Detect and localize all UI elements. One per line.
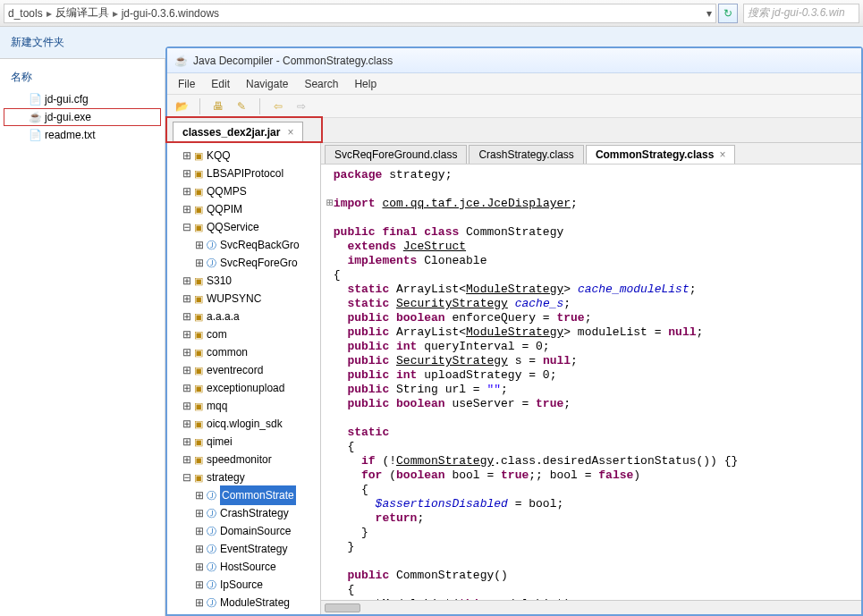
tree-class[interactable]: ⊞ⒿSvcReqBackGro — [167, 236, 320, 254]
tree-package[interactable]: ⊞▣mqq — [167, 397, 320, 415]
new-folder-button[interactable]: 新建文件夹 — [11, 35, 64, 50]
menu-file[interactable]: File — [178, 78, 195, 90]
file-row[interactable]: 📄readme.txt — [4, 126, 161, 144]
tree-class[interactable]: ⊞ⒿEventStrategy — [167, 540, 320, 558]
explorer-file-pane: 名称 📄jd-gui.cfg☕jd-gui.exe📄readme.txt — [0, 59, 165, 616]
class-icon: Ⓙ — [207, 486, 216, 504]
tree-package[interactable]: ⊞▣a.a.a.a — [167, 308, 320, 325]
breadcrumb[interactable]: d_tools ▸ 反编译工具 ▸ jd-gui-0.3.6.windows ▾ — [4, 4, 716, 23]
search-input[interactable]: 搜索 jd-gui-0.3.6.win — [743, 4, 859, 23]
tree-class[interactable]: ⊞ⒿModuleStrateg — [167, 594, 320, 612]
tree-package[interactable]: ⊟▣QQService — [167, 218, 320, 236]
menu-edit[interactable]: Edit — [211, 78, 230, 90]
tree-expander-icon[interactable]: ⊞ — [182, 308, 192, 325]
tree-expander-icon[interactable]: ⊞ — [182, 272, 192, 290]
class-tab[interactable]: SvcReqForeGround.class — [325, 145, 467, 164]
tree-expander-icon[interactable]: ⊞ — [194, 576, 205, 594]
horizontal-scrollbar[interactable] — [321, 600, 861, 614]
tree-package[interactable]: ⊞▣KQQ — [167, 147, 320, 165]
package-icon: ▣ — [194, 147, 203, 165]
tree-class[interactable]: ⊞ⒿHostSource — [167, 558, 320, 576]
class-tab[interactable]: CommonStrategy.class× — [586, 145, 736, 164]
toolbar-divider — [199, 98, 200, 114]
file-row[interactable]: ☕jd-gui.exe — [4, 108, 161, 126]
forward-icon[interactable]: ⇨ — [294, 99, 309, 114]
tree-class[interactable]: ⊞ⒿDomainSource — [167, 522, 320, 540]
tree-expander-icon[interactable]: ⊞ — [182, 165, 192, 182]
menu-navigate[interactable]: Navigate — [246, 78, 288, 90]
tree-package[interactable]: ⊞▣QQPIM — [167, 200, 320, 218]
tree-expander-icon[interactable]: ⊞ — [182, 379, 192, 397]
tree-expander-icon[interactable]: ⊞ — [182, 182, 192, 200]
tree-expander-icon[interactable]: ⊞ — [182, 397, 192, 415]
tree-expander-icon[interactable]: ⊞ — [182, 147, 192, 165]
tree-expander-icon[interactable]: ⊟ — [182, 218, 192, 236]
tree-package[interactable]: ⊞▣LBSAPIProtocol — [167, 165, 320, 182]
file-name: jd-gui.cfg — [45, 93, 89, 105]
tree-label: LBSAPIProtocol — [207, 165, 283, 182]
tree-expander-icon[interactable]: ⊞ — [194, 486, 205, 504]
tree-package[interactable]: ⊞▣common — [167, 343, 320, 361]
tree-package[interactable]: ⊞▣exceptionupload — [167, 379, 320, 397]
tree-expander-icon[interactable]: ⊞ — [182, 325, 192, 343]
window-titlebar[interactable]: ☕ Java Decompiler - CommonStrategy.class — [167, 48, 861, 73]
file-row[interactable]: 📄jd-gui.cfg — [4, 90, 161, 108]
tree-expander-icon[interactable]: ⊞ — [182, 451, 192, 468]
tree-expander-icon[interactable]: ⊞ — [182, 433, 192, 451]
tree-expander-icon[interactable]: ⊞ — [194, 594, 205, 612]
tree-package[interactable]: ⊞▣oicq.wlogin_sdk — [167, 415, 320, 433]
tree-class[interactable]: ⊞ⒿSvcReqForeGro — [167, 254, 320, 272]
menu-help[interactable]: Help — [354, 78, 377, 90]
tree-expander-icon[interactable]: ⊞ — [182, 200, 192, 218]
tree-label: mqq — [207, 397, 227, 415]
tree-package[interactable]: ⊞▣com — [167, 325, 320, 343]
refresh-button[interactable]: ↻ — [718, 4, 738, 23]
tree-label: SvcReqBackGro — [220, 236, 300, 254]
back-icon[interactable]: ⇦ — [271, 99, 285, 114]
tree-class[interactable]: ⊞ⒿCommonStrate — [167, 486, 320, 504]
package-icon: ▣ — [194, 468, 203, 486]
tree-expander-icon[interactable]: ⊞ — [194, 504, 205, 522]
tree-expander-icon[interactable]: ⊞ — [194, 236, 205, 254]
tree-package[interactable]: ⊞▣eventrecord — [167, 361, 320, 379]
class-tab[interactable]: CrashStrategy.class — [469, 145, 583, 164]
tree-label: com — [207, 325, 227, 343]
source-view[interactable]: package strategy; ⊞import com.qq.taf.jce… — [321, 165, 861, 600]
tree-package[interactable]: ⊟▣strategy — [167, 468, 320, 486]
tree-package[interactable]: ⊞▣WUPSYNC — [167, 290, 320, 308]
tree-expander-icon[interactable]: ⊞ — [194, 558, 205, 576]
close-icon[interactable]: × — [719, 148, 725, 161]
tree-package[interactable]: ⊞▣S310 — [167, 272, 320, 290]
tree-package[interactable]: ⊞▣speedmonitor — [167, 451, 320, 468]
tree-expander-icon[interactable]: ⊞ — [182, 290, 192, 308]
tree-label: ModuleStrateg — [220, 594, 290, 612]
breadcrumb-seg[interactable]: d_tools — [8, 7, 43, 20]
tree-package[interactable]: ⊞▣qimei — [167, 433, 320, 451]
tree-expander-icon[interactable]: ⊞ — [194, 540, 205, 558]
menu-search[interactable]: Search — [304, 78, 338, 90]
tree-expander-icon[interactable]: ⊞ — [182, 361, 192, 379]
tree-package[interactable]: ⊞▣QQMPS — [167, 182, 320, 200]
tree-expander-icon[interactable]: ⊞ — [194, 522, 205, 540]
breadcrumb-seg[interactable]: 反编译工具 — [55, 5, 109, 21]
print-icon[interactable]: 🖶 — [211, 99, 225, 114]
wand-icon[interactable]: ✎ — [234, 99, 249, 114]
explorer-address-bar: d_tools ▸ 反编译工具 ▸ jd-gui-0.3.6.windows ▾… — [0, 0, 863, 27]
column-header-name[interactable]: 名称 — [11, 70, 154, 85]
close-icon[interactable]: × — [287, 126, 293, 139]
dropdown-icon[interactable]: ▾ — [706, 7, 712, 20]
tree-class[interactable]: ⊞ⒿCrashStrategy — [167, 504, 320, 522]
tree-label: exceptionupload — [207, 379, 284, 397]
package-tree[interactable]: ⊞▣KQQ⊞▣LBSAPIProtocol⊞▣QQMPS⊞▣QQPIM⊟▣QQS… — [167, 143, 321, 614]
tree-expander-icon[interactable]: ⊞ — [182, 415, 192, 433]
tree-class[interactable]: ⊞ⒿIpSource — [167, 576, 320, 594]
tree-expander-icon[interactable]: ⊞ — [182, 343, 192, 361]
exe-icon: ☕ — [29, 111, 41, 123]
tree-expander-icon[interactable]: ⊟ — [182, 468, 192, 486]
file-name: readme.txt — [45, 129, 96, 141]
tree-expander-icon[interactable]: ⊞ — [194, 254, 205, 272]
open-icon[interactable]: 📂 — [174, 99, 189, 114]
jar-tab[interactable]: classes_dex2jar.jar × — [173, 122, 303, 142]
breadcrumb-seg[interactable]: jd-gui-0.3.6.windows — [122, 7, 219, 20]
class-icon: Ⓙ — [207, 504, 216, 522]
